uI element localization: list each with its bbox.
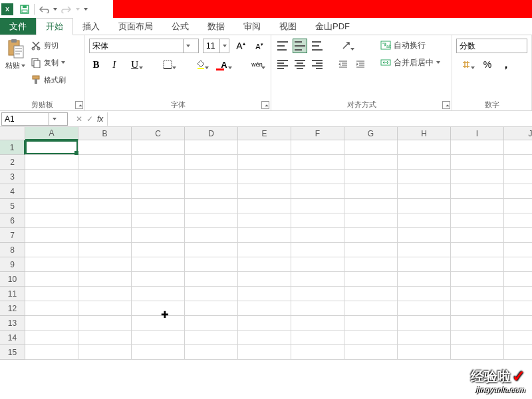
column-header[interactable]: D: [185, 127, 238, 140]
font-size-combo[interactable]: [203, 39, 229, 53]
accounting-format-button[interactable]: [456, 57, 476, 72]
font-size-input[interactable]: [203, 39, 219, 53]
cell[interactable]: [344, 228, 398, 243]
cell[interactable]: [185, 345, 238, 360]
cell[interactable]: [132, 228, 185, 243]
underline-button[interactable]: U: [125, 57, 144, 72]
tab-file[interactable]: 文件: [0, 18, 36, 35]
cell[interactable]: [78, 272, 132, 287]
cell[interactable]: [344, 184, 398, 199]
column-header[interactable]: J: [504, 127, 532, 140]
cell[interactable]: [185, 243, 238, 257]
cell[interactable]: [78, 228, 132, 243]
number-format-combo[interactable]: [456, 39, 527, 53]
cell[interactable]: [238, 243, 291, 257]
cell[interactable]: [291, 331, 344, 345]
cell[interactable]: [398, 228, 451, 243]
alignment-dialog-launcher[interactable]: [442, 101, 450, 109]
cell[interactable]: [238, 272, 291, 287]
percent-button[interactable]: %: [480, 57, 495, 72]
select-all-corner[interactable]: [0, 127, 25, 140]
cell[interactable]: [291, 316, 344, 331]
cell[interactable]: [185, 155, 238, 170]
cell[interactable]: [25, 316, 78, 331]
cell[interactable]: [451, 184, 504, 199]
cell[interactable]: [238, 228, 291, 243]
cell[interactable]: [344, 199, 398, 213]
cell[interactable]: [451, 345, 504, 360]
cell[interactable]: [504, 140, 532, 155]
cell[interactable]: [78, 257, 132, 272]
cell[interactable]: [344, 301, 398, 316]
cell[interactable]: [132, 155, 185, 170]
cell[interactable]: [291, 228, 344, 243]
cut-button[interactable]: 剪切: [31, 38, 66, 53]
cell[interactable]: [185, 331, 238, 345]
cell[interactable]: [451, 316, 504, 331]
cell[interactable]: [451, 257, 504, 272]
enter-icon[interactable]: ✓: [86, 114, 93, 124]
font-name-dropdown[interactable]: [183, 39, 192, 53]
name-box[interactable]: [1, 112, 68, 126]
cell[interactable]: [132, 316, 185, 331]
row-header[interactable]: 12: [0, 301, 25, 316]
align-middle-button[interactable]: [293, 39, 307, 53]
name-box-input[interactable]: [2, 114, 49, 124]
tab-data[interactable]: 数据: [198, 18, 234, 35]
cell[interactable]: [185, 287, 238, 301]
font-size-dropdown[interactable]: [219, 39, 229, 53]
cell[interactable]: [398, 199, 451, 213]
cell[interactable]: [132, 170, 185, 184]
cell[interactable]: [504, 213, 532, 228]
row-header[interactable]: 3: [0, 170, 25, 184]
cell[interactable]: [504, 155, 532, 170]
orientation-button[interactable]: [336, 39, 356, 53]
cell[interactable]: [185, 272, 238, 287]
cell[interactable]: [451, 199, 504, 213]
align-bottom-button[interactable]: [310, 39, 325, 53]
column-header[interactable]: E: [238, 127, 291, 140]
row-header[interactable]: 14: [0, 331, 25, 345]
cell[interactable]: [291, 199, 344, 213]
row-header[interactable]: 13: [0, 316, 25, 331]
cell[interactable]: [504, 287, 532, 301]
format-painter-button[interactable]: 格式刷: [31, 72, 66, 87]
row-header[interactable]: 2: [0, 155, 25, 170]
cell[interactable]: [291, 170, 344, 184]
cell[interactable]: [25, 272, 78, 287]
cell[interactable]: [291, 301, 344, 316]
cell[interactable]: [238, 213, 291, 228]
cell[interactable]: [398, 155, 451, 170]
font-name-input[interactable]: [90, 39, 183, 53]
cell[interactable]: [78, 287, 132, 301]
column-header[interactable]: F: [291, 127, 344, 140]
cell[interactable]: [185, 228, 238, 243]
decrease-font-size-button[interactable]: A▾: [252, 39, 267, 53]
tab-insert[interactable]: 插入: [73, 18, 109, 35]
cell[interactable]: [291, 155, 344, 170]
row-header[interactable]: 8: [0, 243, 25, 257]
font-dialog-launcher[interactable]: [261, 101, 269, 109]
cell[interactable]: [451, 301, 504, 316]
cell[interactable]: [185, 301, 238, 316]
font-color-button[interactable]: A: [214, 57, 233, 72]
number-format-input[interactable]: [457, 39, 503, 53]
cell[interactable]: [185, 213, 238, 228]
cell[interactable]: [238, 316, 291, 331]
cell[interactable]: [504, 228, 532, 243]
cell[interactable]: [185, 316, 238, 331]
decrease-indent-button[interactable]: [336, 57, 350, 72]
cell[interactable]: [398, 331, 451, 345]
customize-qat-dropdown[interactable]: [82, 2, 90, 17]
cell[interactable]: [25, 184, 78, 199]
cell[interactable]: [25, 287, 78, 301]
cell[interactable]: [238, 199, 291, 213]
cell[interactable]: [25, 243, 78, 257]
cell[interactable]: [504, 243, 532, 257]
merge-center-button[interactable]: 合并后居中: [376, 55, 444, 70]
column-header[interactable]: H: [398, 127, 451, 140]
cell[interactable]: [291, 213, 344, 228]
cell[interactable]: [291, 257, 344, 272]
cell[interactable]: [25, 228, 78, 243]
cell[interactable]: [185, 170, 238, 184]
